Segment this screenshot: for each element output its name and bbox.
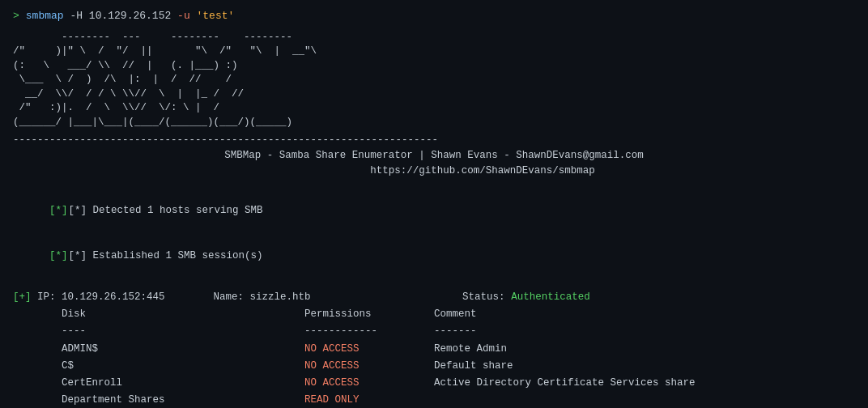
disk-header: Disk (62, 306, 304, 323)
bracket-star-1: [*] (49, 205, 68, 216)
cmd-user: 'test' (197, 10, 235, 22)
info-line-1: SMBMap - Samba Share Enumerator | Shawn … (13, 148, 855, 164)
ip-label: IP: (32, 289, 62, 306)
cmd-flag-H: -H (70, 10, 83, 22)
table-row: C$ NO ACCESS Default share (13, 358, 855, 375)
ip-value: 10.129.26.152:445 (62, 289, 165, 306)
perm-header: Permissions (304, 306, 434, 323)
name-label: Name: (165, 289, 250, 306)
cmd-flag-u: -u (177, 10, 190, 22)
table-row: ADMIN$ NO ACCESS Remote Admin (13, 341, 855, 358)
detection-section: [*][*] Detected 1 hosts serving SMB [*][… (13, 188, 855, 279)
info-line-2: https://github.com/ShawnDEvans/smbmap (13, 164, 855, 179)
status-value: Authenticated (511, 289, 590, 306)
table-row: CertEnroll NO ACCESS Active Directory Ce… (13, 375, 855, 392)
table-row: Department Shares READ ONLY (13, 392, 855, 408)
spacer (311, 289, 457, 306)
comment-header: Comment (434, 306, 477, 323)
prompt-arrow: > (13, 8, 19, 24)
terminal-window: > smbmap -H 10.129.26.152 -u 'test' ----… (13, 8, 855, 408)
name-value: sizzle.htb (250, 289, 311, 306)
divider: ----------------------------------------… (13, 133, 855, 148)
ascii-banner: -------- --- -------- -------- /" )|" \ … (13, 31, 855, 130)
cmd-ip: 10.129.26.152 (89, 10, 171, 22)
detected-line-1: [*][*] Detected 1 hosts serving SMB (13, 188, 855, 233)
status-label: Status: (457, 289, 512, 306)
host-result: [+] IP: 10.129.26.152:445 Name: sizzle.h… (13, 289, 855, 408)
cmd-smbmap: smbmap (26, 10, 64, 22)
detected-line-2: [*][*] Established 1 SMB session(s) (13, 234, 855, 279)
host-header-line: [+] IP: 10.129.26.152:445 Name: sizzle.h… (13, 289, 855, 306)
prompt-line: > smbmap -H 10.129.26.152 -u 'test' (13, 8, 855, 24)
shares-table: Disk Permissions Comment ---- ----------… (13, 306, 855, 408)
table-dashes-row: ---- ------------ ------- (13, 323, 855, 340)
bracket-star-2: [*] (49, 250, 68, 261)
table-header-row: Disk Permissions Comment (13, 306, 855, 323)
plus-label: [+] (13, 289, 32, 306)
